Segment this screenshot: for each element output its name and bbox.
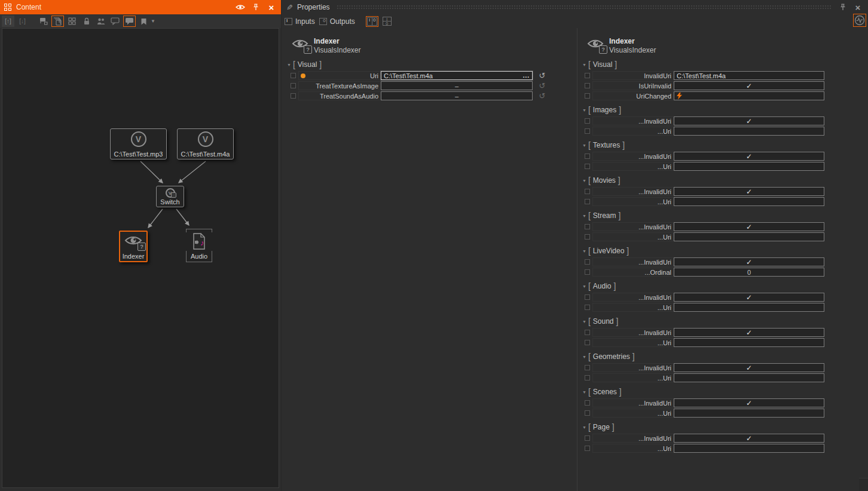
row-checkbox[interactable] bbox=[585, 234, 590, 240]
node-flag-icon[interactable] bbox=[37, 16, 50, 27]
row-checkbox[interactable] bbox=[585, 154, 590, 159]
property-field-invaliduri[interactable]: ✓ bbox=[674, 152, 824, 161]
property-field-isuriinvalid[interactable]: ✓ bbox=[674, 81, 824, 90]
row-checkbox[interactable] bbox=[585, 269, 590, 275]
row-checkbox[interactable] bbox=[585, 224, 590, 229]
node-switch[interactable]: V Switch bbox=[156, 186, 184, 207]
property-field-urichanged[interactable] bbox=[674, 91, 824, 100]
layout-side-by-side-toggle[interactable]: I0 bbox=[366, 16, 378, 27]
grid-icon[interactable] bbox=[66, 16, 78, 27]
property-field-uri[interactable] bbox=[674, 127, 824, 136]
layout-stacked-toggle[interactable]: I0 bbox=[383, 17, 392, 26]
row-checkbox[interactable] bbox=[585, 340, 590, 345]
close-icon[interactable]: × bbox=[266, 2, 277, 13]
close-icon[interactable]: × bbox=[852, 2, 863, 13]
layers-icon[interactable] bbox=[51, 16, 64, 27]
row-checkbox[interactable] bbox=[585, 73, 590, 78]
node-indexer-selected[interactable]: ? Indexer bbox=[119, 231, 148, 262]
collapse-triangle-icon[interactable]: ▼ bbox=[582, 63, 586, 67]
node-movie-mp3[interactable]: V C:\Test\Test.mp3 bbox=[110, 128, 167, 159]
row-checkbox[interactable] bbox=[585, 294, 590, 300]
property-field-uri[interactable] bbox=[674, 303, 824, 312]
property-field-invaliduri[interactable]: ✓ bbox=[674, 363, 824, 372]
row-checkbox[interactable] bbox=[585, 93, 590, 99]
row-checkbox[interactable] bbox=[585, 410, 590, 416]
row-checkbox[interactable] bbox=[585, 164, 590, 169]
reset-icon[interactable]: ↺ bbox=[537, 81, 548, 90]
browse-button[interactable]: ... bbox=[523, 72, 530, 79]
node-audio[interactable]: ♪ Audio bbox=[186, 229, 212, 262]
section-header[interactable]: ▼[Scenes] bbox=[582, 387, 868, 397]
collapse-triangle-icon[interactable]: ▼ bbox=[582, 214, 586, 218]
property-field-uri[interactable] bbox=[674, 232, 824, 241]
bracket-down-icon[interactable]: [↓] bbox=[16, 16, 29, 27]
collapse-triangle-icon[interactable]: ▼ bbox=[582, 143, 586, 148]
section-header[interactable]: ▼[Geometries] bbox=[582, 352, 868, 361]
row-checkbox[interactable] bbox=[585, 365, 590, 370]
property-field-treattextureasimage[interactable]: – bbox=[381, 81, 533, 90]
collapse-triangle-icon[interactable]: ▼ bbox=[582, 320, 586, 324]
property-field-ordinal[interactable]: 0 bbox=[674, 268, 824, 277]
row-checkbox[interactable] bbox=[585, 330, 590, 335]
section-header[interactable]: ▼[LiveVideo] bbox=[582, 246, 868, 256]
row-checkbox[interactable] bbox=[291, 93, 296, 99]
comment-outline-icon[interactable] bbox=[109, 16, 121, 27]
bracket-up-icon[interactable]: [↑] bbox=[2, 16, 14, 27]
property-field-invaliduri[interactable]: ✓ bbox=[674, 328, 824, 337]
row-checkbox[interactable] bbox=[585, 189, 590, 194]
row-checkbox[interactable] bbox=[585, 400, 590, 406]
collapse-triangle-icon[interactable]: ▼ bbox=[582, 249, 586, 253]
collapse-triangle-icon[interactable]: ▼ bbox=[582, 390, 586, 394]
collapse-triangle-icon[interactable]: ▼ bbox=[287, 63, 291, 67]
collapse-triangle-icon[interactable]: ▼ bbox=[582, 355, 586, 359]
users-icon[interactable] bbox=[94, 16, 107, 27]
row-checkbox[interactable] bbox=[585, 305, 590, 310]
property-field-uri[interactable]: C:\Test\Test.m4a... bbox=[381, 71, 533, 80]
section-header[interactable]: ▼[Visual] bbox=[287, 60, 575, 69]
reset-icon[interactable]: ↺ bbox=[537, 91, 548, 100]
row-checkbox[interactable] bbox=[585, 128, 590, 134]
property-field-invaliduri[interactable]: C:\Test\Test.m4a bbox=[674, 71, 824, 80]
property-field-treatsoundasaudio[interactable]: – bbox=[381, 91, 533, 100]
section-header[interactable]: ▼[Movies] bbox=[582, 176, 868, 185]
section-header[interactable]: ▼[Audio] bbox=[582, 281, 868, 291]
property-field-invaliduri[interactable]: ✓ bbox=[674, 293, 824, 302]
property-field-invaliduri[interactable]: ✓ bbox=[674, 434, 824, 443]
column-divider[interactable] bbox=[577, 28, 577, 491]
section-header[interactable]: ▼[Stream] bbox=[582, 211, 868, 220]
section-header[interactable]: ▼[Page] bbox=[582, 422, 868, 432]
section-header[interactable]: ▼[Images] bbox=[582, 105, 868, 115]
property-field-invaliduri[interactable]: ✓ bbox=[674, 257, 824, 266]
eye-icon[interactable] bbox=[235, 2, 246, 13]
property-field-uri[interactable] bbox=[674, 338, 824, 347]
property-field-uri[interactable] bbox=[674, 444, 824, 453]
property-field-invaliduri[interactable]: ✓ bbox=[674, 222, 824, 231]
collapse-triangle-icon[interactable]: ▼ bbox=[582, 179, 586, 183]
section-header[interactable]: ▼[Textures] bbox=[582, 140, 868, 150]
row-checkbox[interactable] bbox=[291, 83, 296, 88]
lock-icon[interactable] bbox=[80, 16, 93, 27]
row-checkbox[interactable] bbox=[585, 83, 590, 88]
tab-inputs[interactable]: I Inputs bbox=[285, 17, 315, 26]
property-field-uri[interactable] bbox=[674, 373, 824, 382]
property-field-invaliduri[interactable]: ✓ bbox=[674, 398, 824, 407]
property-field-invaliduri[interactable]: ✓ bbox=[674, 116, 824, 125]
pin-icon[interactable] bbox=[250, 2, 261, 13]
row-checkbox[interactable] bbox=[585, 259, 590, 265]
collapse-triangle-icon[interactable]: ▼ bbox=[582, 108, 586, 112]
row-checkbox[interactable] bbox=[585, 199, 590, 204]
row-checkbox[interactable] bbox=[585, 375, 590, 380]
property-field-uri[interactable] bbox=[674, 162, 824, 171]
collapse-triangle-icon[interactable]: ▼ bbox=[582, 284, 586, 289]
tab-outputs[interactable]: 0 Outputs bbox=[319, 17, 355, 26]
node-graph-canvas[interactable]: V C:\Test\Test.mp3 V C:\Test\Test.m4a V … bbox=[2, 28, 279, 488]
row-checkbox[interactable] bbox=[585, 435, 590, 441]
bookmark-icon[interactable] bbox=[137, 16, 150, 27]
section-header[interactable]: ▼[Visual] bbox=[582, 60, 868, 69]
reset-icon[interactable]: ↺ bbox=[537, 71, 548, 80]
row-checkbox[interactable] bbox=[585, 446, 590, 451]
collapse-triangle-icon[interactable]: ▼ bbox=[582, 425, 586, 429]
node-movie-m4a[interactable]: V C:\Test\Test.m4a bbox=[177, 128, 234, 159]
property-field-uri[interactable] bbox=[674, 197, 824, 206]
row-checkbox[interactable] bbox=[585, 118, 590, 124]
